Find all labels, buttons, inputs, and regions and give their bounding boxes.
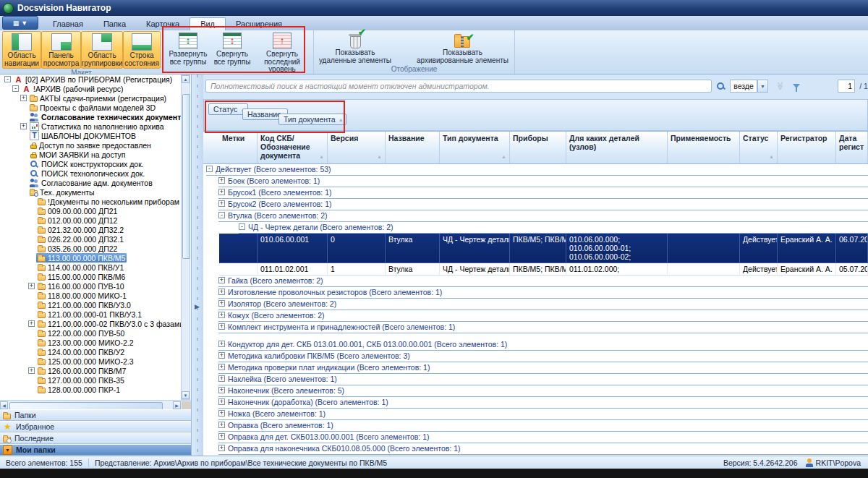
tree-item[interactable]: !Документы по нескольким приборам xyxy=(0,197,191,206)
panel-splitter[interactable]: ▶ xyxy=(191,74,203,456)
table-row[interactable]: 011.01.02.0011ВтулкаЧД - Чертеж деталиПК… xyxy=(219,263,868,276)
tree-item[interactable]: 121.00.00.000-01 ПКВ/У3.1 xyxy=(0,310,191,319)
column-header[interactable]: Для каких деталей (узлов) xyxy=(566,132,668,163)
group-row[interactable]: +Кондуктор для дет. СКБ 013.01.00.001, С… xyxy=(203,333,868,351)
column-header[interactable]: Код СКБ/ Обозначение документа▲ xyxy=(258,132,328,163)
group-row[interactable]: +Методика калибровки ПКВ/М5 (Всего элеме… xyxy=(203,351,868,362)
scroll-left-icon[interactable]: ◀ xyxy=(0,401,8,409)
tree-item[interactable]: 021.32.00.000 ДП32.2 xyxy=(0,225,191,234)
column-header[interactable]: Тип документа▲ xyxy=(440,132,510,163)
ribbon-tab[interactable]: Расширения xyxy=(226,18,292,30)
search-scope-select[interactable]: везде xyxy=(730,80,757,93)
expand-icon[interactable]: + xyxy=(28,320,35,327)
toggle-preview-pane-button[interactable]: Панель просмотра xyxy=(41,31,81,69)
group-row[interactable]: -ЧД - Чертеж детали (Всего элементов: 2) xyxy=(203,222,868,234)
ribbon-tab[interactable]: Вид xyxy=(190,17,226,30)
expand-icon[interactable]: + xyxy=(218,387,225,393)
expand-icon[interactable]: + xyxy=(20,123,27,129)
search-scope-dropdown-icon[interactable]: ▼ xyxy=(757,80,768,93)
app-menu-button[interactable]: ▦ ▼ xyxy=(2,16,38,30)
expand-icon[interactable]: + xyxy=(218,289,225,295)
tree-vertical-scrollbar[interactable]: ▲ ▼ xyxy=(181,74,190,400)
show-deleted-items-button[interactable]: ✔ Показывать удаленные элементы xyxy=(316,31,394,65)
page-number-input[interactable]: 1 xyxy=(838,80,855,93)
expand-icon[interactable]: + xyxy=(218,312,225,318)
tree-item[interactable]: +АКТЫ сдачи-приемки (регистрация) xyxy=(0,93,191,103)
tree-item[interactable]: 124.00.00.000 ПКВ/У2 xyxy=(0,347,191,357)
group-row[interactable]: +Изолятор (Всего элементов: 2) xyxy=(203,299,868,310)
group-row[interactable]: +Ножка (Всего элементов: 1) xyxy=(203,409,868,420)
expand-icon[interactable]: + xyxy=(218,323,225,330)
tree-item[interactable]: Проекты с файлами моделей 3D xyxy=(0,103,191,112)
toggle-grouping-pane-button[interactable]: Область группировки xyxy=(81,31,123,69)
tree-item[interactable]: 026.22.00.000 ДП32.1 xyxy=(0,234,191,244)
scroll-down-icon[interactable]: ▼ xyxy=(182,391,190,399)
tree-item[interactable]: 118.00.00.000 МИКО-1 xyxy=(0,291,191,300)
column-header[interactable]: Дата регист xyxy=(836,132,868,163)
column-header[interactable]: Применяемость xyxy=(668,132,740,163)
nav-item[interactable]: Последние xyxy=(0,432,191,444)
group-row[interactable]: +Кожух (Всего элементов: 2) xyxy=(203,310,868,322)
expand-icon[interactable]: + xyxy=(218,189,225,195)
column-header[interactable]: Название xyxy=(386,132,440,163)
tree-item[interactable]: Доступ по заявке предоставлен xyxy=(0,140,191,150)
tree-horizontal-scrollbar[interactable]: ◀ ▶ xyxy=(0,400,191,409)
tree-item[interactable]: 125.00.00.000 МИКО-2.3 xyxy=(0,357,191,366)
fulltext-search-input[interactable]: Полнотекстовый поиск в настоящий момент … xyxy=(205,80,712,93)
expand-icon[interactable]: + xyxy=(28,367,35,374)
groupby-chip-doctype[interactable]: Тип документа▲ xyxy=(278,114,346,125)
expand-icon[interactable]: + xyxy=(218,177,225,184)
tree-item[interactable]: TШАБЛОНЫ ДОКУМЕНТОВ xyxy=(0,131,191,140)
collapse-last-level-button[interactable]: ↑ Свернуть последний уровень xyxy=(254,31,310,74)
tree-item[interactable]: 009.00.00.000 ДП21 xyxy=(0,206,191,215)
expand-icon[interactable]: + xyxy=(218,300,225,307)
filter-icon[interactable] xyxy=(791,80,802,93)
nav-item[interactable]: ▼Мои папки xyxy=(0,444,191,456)
tree-item[interactable]: 113.00.00.000 ПКВ/М5 xyxy=(0,253,191,263)
search-button[interactable] xyxy=(714,80,728,93)
ribbon-tab[interactable]: Папка xyxy=(93,18,136,30)
group-row[interactable]: +Оправка (Всего элементов: 1) xyxy=(203,420,868,432)
tree-item[interactable]: +126.00.00.000 ПКВ/М7 xyxy=(0,366,191,375)
tree-item[interactable]: Тех. документы xyxy=(0,187,191,197)
scroll-right-icon[interactable]: ▶ xyxy=(173,401,181,409)
tree-item[interactable]: +116.00.00.000 ПУВ-10 xyxy=(0,281,191,291)
collapse-icon[interactable]: - xyxy=(206,166,213,172)
collapse-icon[interactable]: - xyxy=(239,223,245,230)
group-row[interactable]: -Действует (Всего элементов: 53) xyxy=(203,164,868,176)
ribbon-tab[interactable]: Карточка xyxy=(136,18,190,30)
group-row[interactable]: +Брусок1 (Всего элементов: 1) xyxy=(203,187,868,199)
group-row[interactable]: +Наклейка (Всего элементов: 1) xyxy=(203,374,868,385)
expand-icon[interactable]: + xyxy=(218,433,225,440)
collapse-icon[interactable]: - xyxy=(4,76,11,82)
expand-icon[interactable]: + xyxy=(218,352,225,359)
tree-item[interactable]: 114.00.00.000 ПКВ/У1 xyxy=(0,263,191,272)
column-header[interactable]: Регистратор xyxy=(778,132,836,163)
expand-icon[interactable]: + xyxy=(218,422,225,428)
splitter-collapse-icon[interactable]: ▶ xyxy=(195,303,200,310)
expand-icon[interactable]: + xyxy=(218,200,225,207)
tree-item[interactable]: МОИ ЗАЯВКИ на доступ xyxy=(0,150,191,159)
expand-icon[interactable]: + xyxy=(218,277,225,283)
tree-item[interactable]: ПОИСК технологических док. xyxy=(0,168,191,178)
group-row[interactable]: +Боек (Всего элементов: 1) xyxy=(203,176,868,187)
group-by-bar[interactable]: Статус▲ Название Тип документа▲ xyxy=(203,99,868,131)
group-row[interactable]: +Оправка для дет. СКБ013.00.00.001 (Всег… xyxy=(203,432,868,443)
expand-icon[interactable]: + xyxy=(218,398,225,405)
expand-icon[interactable]: + xyxy=(218,341,225,347)
expand-icon[interactable]: + xyxy=(218,375,225,382)
tree-item[interactable]: 128.00.00.000 ПКР-1 xyxy=(0,385,191,394)
tree-item[interactable]: +121.00.00.000-02 ПКВ/У3.0 с 3 фазами xyxy=(0,319,191,328)
tree-item[interactable]: 035.26.00.000 ДП22 xyxy=(0,244,191,253)
nav-item[interactable]: Папки xyxy=(0,409,191,421)
expand-icon[interactable]: + xyxy=(28,283,35,289)
tree-item[interactable]: -A[02] АРХИВ по ПРИБОРАМ (Регистрация) xyxy=(0,74,191,84)
expand-icon[interactable]: + xyxy=(218,410,225,417)
group-row[interactable]: +Брусок2 (Всего элементов: 1) xyxy=(203,199,868,210)
group-row[interactable]: +Изготовление проволочных резисторов (Вс… xyxy=(203,287,868,299)
tree-item[interactable]: +Статистика по наполнению архива xyxy=(0,121,191,131)
group-row[interactable]: -Втулка (Всего элементов: 2) xyxy=(203,210,868,222)
tree-item[interactable]: Согласование технических документов (3 xyxy=(0,112,191,121)
collapse-icon[interactable]: - xyxy=(218,212,225,218)
group-row[interactable]: +Наконечник (доработка) (Всего элементов… xyxy=(203,397,868,409)
